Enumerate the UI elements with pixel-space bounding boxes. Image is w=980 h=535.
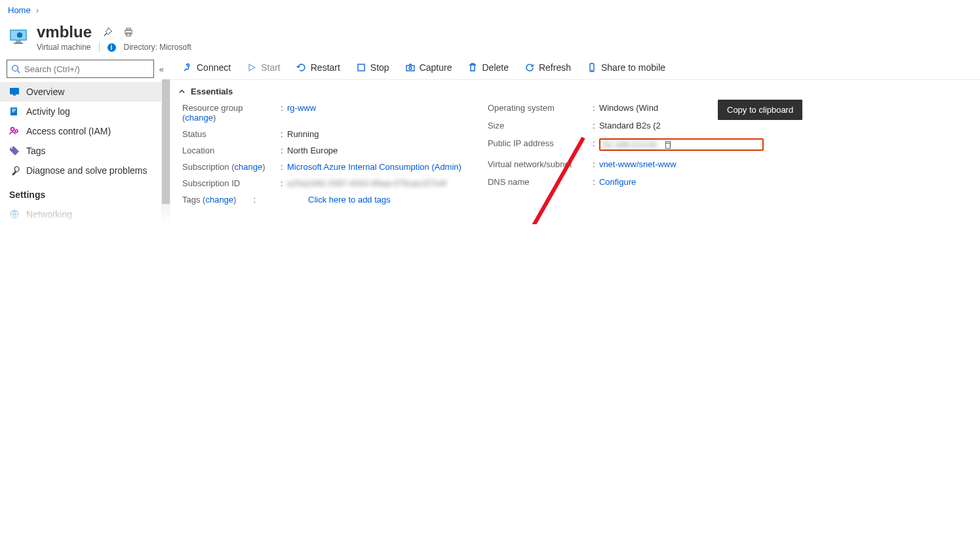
copy-icon[interactable] xyxy=(663,140,672,149)
subscription-id-value: a25a2d40-3367-4053-86aa-075cacc57e4f xyxy=(287,178,461,188)
search-field[interactable] xyxy=(24,63,153,75)
nav-overview[interactable]: Overview xyxy=(0,82,170,102)
os-value: Windows (Windcenter) xyxy=(599,103,764,114)
info-icon: i xyxy=(108,43,116,52)
nav-diagnose[interactable]: Diagnose and solve problems xyxy=(0,161,170,180)
svg-point-17 xyxy=(11,148,12,149)
command-bar: Connect Start Restart Stop Capture Delet… xyxy=(170,56,980,80)
page-title: vmblue xyxy=(37,23,92,41)
iam-icon xyxy=(9,126,20,136)
vm-icon xyxy=(8,27,29,48)
svg-rect-19 xyxy=(358,64,364,71)
svg-rect-9 xyxy=(10,88,19,94)
svg-rect-24 xyxy=(665,143,670,148)
location-value: North Europe xyxy=(287,146,461,155)
public-ip-row: 52.169.213.91 xyxy=(599,138,764,151)
search-icon xyxy=(11,64,20,73)
connect-button[interactable]: Connect xyxy=(176,60,237,75)
overview-icon xyxy=(9,87,20,97)
chevron-right-icon: › xyxy=(36,5,39,15)
change-resource-group-link[interactable]: change xyxy=(185,113,213,123)
svg-rect-14 xyxy=(12,111,14,112)
svg-rect-10 xyxy=(13,94,16,96)
svg-point-7 xyxy=(12,66,18,71)
print-icon[interactable] xyxy=(123,27,134,37)
nav-networking[interactable]: Networking xyxy=(0,205,170,224)
left-panel: « Overview Activity log Access control (… xyxy=(0,56,170,224)
change-tags-link[interactable]: change xyxy=(205,195,233,205)
change-subscription-link[interactable]: change xyxy=(235,162,263,172)
resource-header: vmblue Virtual machine i Directory: Micr… xyxy=(0,20,980,56)
essentials-right: Operating system:Windows (Windcenter) Si… xyxy=(488,103,764,188)
diagnose-icon xyxy=(9,165,20,176)
resource-type-label: Virtual machine xyxy=(37,43,91,52)
subscription-link[interactable]: Microsoft Azure Internal Consumption (Ad… xyxy=(287,162,461,172)
collapse-nav-button[interactable]: « xyxy=(159,64,164,74)
svg-rect-3 xyxy=(14,43,23,44)
nav-activity-log[interactable]: Activity log xyxy=(0,102,170,121)
share-to-mobile-button[interactable]: Share to mobile xyxy=(580,60,672,75)
essentials-toggle[interactable]: Essentials xyxy=(170,80,980,103)
svg-rect-12 xyxy=(12,109,16,109)
search-input[interactable] xyxy=(7,60,154,78)
resource-group-link[interactable]: rg-www xyxy=(287,103,316,113)
capture-button[interactable]: Capture xyxy=(399,60,459,75)
svg-rect-13 xyxy=(12,110,16,111)
svg-line-8 xyxy=(18,71,20,73)
pin-icon[interactable] xyxy=(102,27,113,37)
networking-icon xyxy=(9,209,20,220)
svg-point-15 xyxy=(11,128,14,131)
nav-settings-header: Settings xyxy=(0,180,170,205)
delete-button[interactable]: Delete xyxy=(461,60,515,75)
nav-scrollbar[interactable] xyxy=(161,79,170,224)
svg-rect-5 xyxy=(127,28,130,30)
essentials-body: Resource group (change):rg-www Status:Ru… xyxy=(170,103,980,188)
breadcrumb-home[interactable]: Home xyxy=(8,5,31,15)
activity-log-icon xyxy=(9,106,20,117)
refresh-button[interactable]: Refresh xyxy=(518,60,578,75)
chevron-up-icon xyxy=(178,88,186,95)
start-button: Start xyxy=(240,60,287,75)
svg-rect-20 xyxy=(406,66,414,71)
svg-point-16 xyxy=(15,130,18,132)
tags-icon xyxy=(9,146,20,156)
dns-configure-link[interactable]: Configure xyxy=(599,177,636,187)
svg-point-21 xyxy=(409,67,412,69)
breadcrumb: Home › xyxy=(0,0,980,20)
nav-access-control[interactable]: Access control (IAM) xyxy=(0,121,170,141)
essentials-tags-row: Tags (change) : Click here to add tags xyxy=(170,188,980,211)
essentials-left: Resource group (change):rg-www Status:Ru… xyxy=(182,103,461,188)
nav-tags[interactable]: Tags xyxy=(0,141,170,161)
directory-label: Directory: Microsoft xyxy=(124,43,191,52)
main-panel: Connect Start Restart Stop Capture Delet… xyxy=(170,56,980,224)
vnet-link[interactable]: vnet-www/snet-www xyxy=(599,159,676,169)
add-tags-link[interactable]: Click here to add tags xyxy=(308,195,391,205)
size-value: Standard B2s (2 xyxy=(599,121,764,132)
stop-button[interactable]: Stop xyxy=(349,60,396,75)
restart-button[interactable]: Restart xyxy=(290,60,347,75)
svg-rect-2 xyxy=(16,41,21,43)
public-ip-link[interactable]: 52.169.213.91 xyxy=(603,140,657,149)
nav-menu: Overview Activity log Access control (IA… xyxy=(0,82,170,224)
status-value: Running xyxy=(287,129,461,139)
